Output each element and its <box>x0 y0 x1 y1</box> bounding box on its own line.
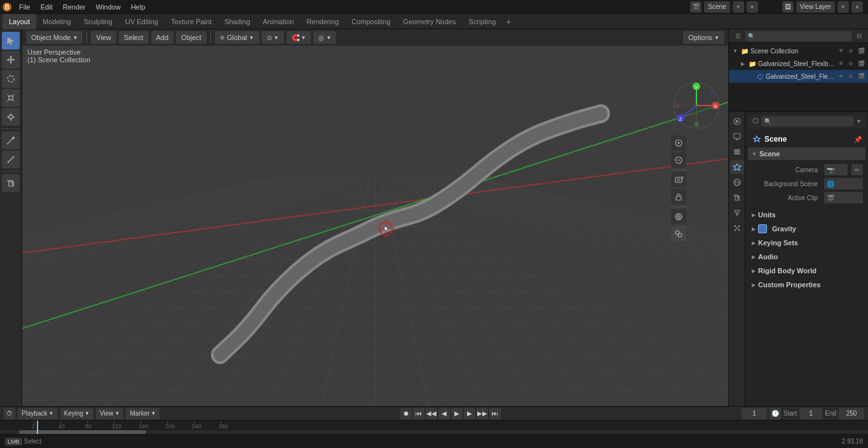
custom-props-section-header[interactable]: ▶ Custom Properties <box>748 278 865 291</box>
tab-sculpting[interactable]: Sculpting <box>78 14 119 29</box>
galv-viewport-icon[interactable]: 👁 <box>836 59 845 68</box>
options-menu[interactable]: Options ▼ <box>683 31 724 44</box>
navigation-gizmo[interactable]: X Y Z <box>671 80 722 131</box>
outliner-galvanized-collection[interactable]: ▶ 📁 Galvanized_Steel_Flexible_Cc 👁 ⊕ 🎬 <box>729 57 868 70</box>
prop-options-btn[interactable]: ▼ <box>856 118 862 125</box>
menu-file[interactable]: File <box>14 0 36 14</box>
keying-menu[interactable]: Keying ▼ <box>60 408 94 419</box>
rigid-body-section-header[interactable]: ▶ Rigid Body World <box>748 264 865 277</box>
scene-section-header[interactable]: ▼ Scene <box>748 147 865 160</box>
tool-add-cube[interactable] <box>2 174 20 192</box>
current-frame-input[interactable]: 1 <box>742 408 767 419</box>
tab-scripting[interactable]: Scripting <box>462 14 502 29</box>
outliner-mesh-object[interactable]: ⬡ Galvanized_Steel_Flexibl 👁 ⊕ 🎬 <box>729 70 868 83</box>
tool-scale[interactable] <box>2 89 20 107</box>
tab-geometry-nodes[interactable]: Geometry Nodes <box>397 14 462 29</box>
keying-section-header[interactable]: ▶ Keying Sets <box>748 236 865 249</box>
scene-add-btn[interactable]: + <box>733 1 744 13</box>
timeline-type-icon[interactable]: ⏱ <box>4 408 15 419</box>
gravity-checkbox[interactable] <box>758 224 767 233</box>
prop-modifiers-icon[interactable] <box>730 206 744 220</box>
units-section-header[interactable]: ▶ Units <box>748 208 865 221</box>
transform-space[interactable]: ⊕ Global ▼ <box>215 31 259 44</box>
viewport-canvas[interactable] <box>22 46 728 406</box>
tool-measure[interactable] <box>2 151 20 168</box>
restrict-select-icon[interactable]: ⊕ <box>846 46 855 55</box>
tool-rotate[interactable] <box>2 70 20 88</box>
outliner-scene-collection[interactable]: ▼ 📁 Scene Collection 👁 ⊕ 🎬 <box>729 44 868 57</box>
pivot-point[interactable]: ⊙ ▼ <box>262 31 284 44</box>
zoom-out-btn[interactable] <box>671 153 686 168</box>
timeline-scrollbar-thumb[interactable] <box>19 430 146 434</box>
viewport-3d[interactable]: Object Mode ▼ View Select Add Object ⊕ G… <box>22 29 728 406</box>
snap-toggle[interactable]: 🧲 ▼ <box>287 31 311 44</box>
timeline-view-menu[interactable]: View ▼ <box>96 408 123 419</box>
prop-object-icon[interactable] <box>730 191 744 205</box>
audio-section-header[interactable]: ▶ Audio <box>748 250 865 263</box>
blender-logo[interactable]: B <box>0 0 14 14</box>
mesh-select-icon[interactable]: ⊕ <box>846 72 855 81</box>
restrict-viewport-icon[interactable]: 👁 <box>836 46 845 55</box>
play-btn[interactable]: ▶ <box>451 408 463 419</box>
camera-value[interactable]: 📷 <box>824 164 848 175</box>
galv-render-icon[interactable]: 🎬 <box>857 59 865 68</box>
menu-edit[interactable]: Edit <box>36 0 58 14</box>
zoom-in-btn[interactable] <box>671 135 686 151</box>
timeline-ruler[interactable]: 14080120160200240280 <box>0 421 868 434</box>
outliner-menu-icon[interactable]: ☰ <box>733 31 743 41</box>
viewport-shading-wire[interactable] <box>671 209 686 224</box>
tool-transform[interactable] <box>2 108 20 126</box>
tab-texture-paint[interactable]: Texture Paint <box>165 14 218 29</box>
tab-modeling[interactable]: Modeling <box>36 14 78 29</box>
prop-viewlayer-icon[interactable] <box>730 145 744 159</box>
jump-end-btn[interactable]: ⏭ <box>489 408 501 419</box>
viewlayer-add-btn[interactable]: + <box>837 1 849 13</box>
prop-render-icon[interactable] <box>730 114 744 128</box>
object-menu[interactable]: Object <box>176 31 207 44</box>
prev-keyframe-btn[interactable]: ◀ <box>438 408 450 419</box>
jump-start-btn[interactable]: ⏮ <box>413 408 424 419</box>
add-menu[interactable]: Add <box>151 31 174 44</box>
mode-selector[interactable]: Object Mode ▼ <box>26 31 83 44</box>
playback-menu[interactable]: Playback ▼ <box>18 408 58 419</box>
prop-scene-icon[interactable] <box>730 160 744 174</box>
restrict-render-icon[interactable]: 🎬 <box>857 46 865 55</box>
tool-cursor[interactable] <box>2 32 20 50</box>
tab-uv-editing[interactable]: UV Editing <box>119 14 165 29</box>
marker-menu[interactable]: Marker ▼ <box>126 408 159 419</box>
mesh-render-icon[interactable]: 🎬 <box>857 72 865 81</box>
overlay-toggle[interactable] <box>671 226 686 241</box>
tool-annotate[interactable] <box>2 132 20 149</box>
play-record-btn[interactable]: ⏺ <box>400 408 412 419</box>
collection-expand-arrow[interactable]: ▼ <box>731 47 739 55</box>
mesh-viewport-icon[interactable]: 👁 <box>836 72 845 81</box>
tool-move[interactable] <box>2 51 20 69</box>
prop-output-icon[interactable] <box>730 130 744 144</box>
start-frame-input[interactable]: 1 <box>799 408 822 419</box>
next-keyframe-btn[interactable]: ▶ <box>464 408 475 419</box>
tab-layout[interactable]: Layout <box>3 14 36 29</box>
tab-rendering[interactable]: Rendering <box>300 14 345 29</box>
background-scene-value[interactable]: 🌐 <box>824 178 863 189</box>
prop-search-input[interactable]: 🔍 <box>762 116 853 126</box>
viewlayer-remove-btn[interactable]: × <box>851 1 863 13</box>
menu-help[interactable]: Help <box>126 0 151 14</box>
scene-name[interactable]: Scene <box>704 1 729 13</box>
add-workspace-btn[interactable]: + <box>502 15 515 28</box>
camera-edit-btn[interactable]: ✏ <box>851 164 863 175</box>
proportional-edit[interactable]: ◎ ▼ <box>313 31 336 44</box>
prop-world-icon[interactable] <box>730 175 744 189</box>
lock-camera-btn[interactable] <box>671 189 686 205</box>
tab-animation[interactable]: Animation <box>257 14 301 29</box>
menu-window[interactable]: Window <box>91 0 126 14</box>
outliner-search[interactable]: 🔍 <box>745 31 851 41</box>
gravity-section-header[interactable]: ▶ Gravity <box>748 222 865 235</box>
tab-compositing[interactable]: Compositing <box>345 14 397 29</box>
menu-render[interactable]: Render <box>58 0 91 14</box>
viewlayer-name[interactable]: View Layer <box>796 1 835 13</box>
outliner-filter-btn[interactable]: ⊟ <box>854 31 864 41</box>
timeline-scrollbar-track[interactable] <box>0 430 868 434</box>
end-frame-input[interactable]: 250 <box>839 408 864 419</box>
next-frame-btn[interactable]: ▶▶ <box>477 408 488 419</box>
prop-particles-icon[interactable] <box>730 221 744 235</box>
